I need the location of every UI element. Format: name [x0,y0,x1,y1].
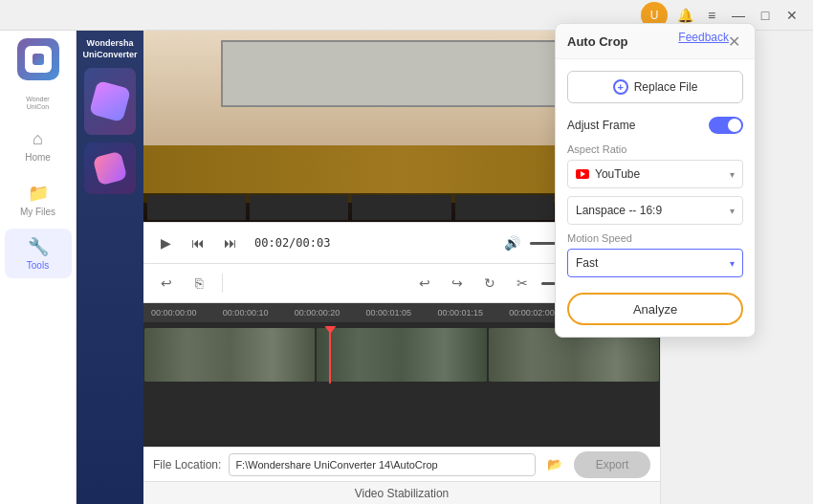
aspect-ratio-sub-chevron: ▾ [730,206,735,216]
chair-4 [455,195,554,220]
prev-frame-button[interactable]: ⏮ [186,230,210,255]
youtube-icon [576,169,589,179]
promo-icon-area [84,68,136,135]
myfiles-label: My Files [20,207,55,217]
video-board [221,40,582,107]
adjust-frame-toggle[interactable] [709,117,743,134]
sidebar-item-home[interactable]: ⌂ Home [5,121,72,171]
home-icon: ⌂ [33,129,43,149]
aspect-ratio-sub-dropdown[interactable]: Lanspace -- 16:9 ▾ [567,196,743,225]
aspect-ratio-sub-value: Lanspace -- 16:9 [576,204,662,217]
app-name: Wonder UniCon [26,96,49,112]
home-label: Home [25,152,51,163]
app-logo [17,38,59,80]
youtube-play-icon [581,171,585,177]
folder-button[interactable]: 📂 [543,453,566,476]
ruler-mark-4: 00:00:01:15 [437,308,509,318]
export-button[interactable]: Export [574,451,650,478]
volume-icon[interactable]: 🔊 [499,230,524,255]
auto-crop-dialog: Auto Crop ✕ + Replace File Adjust Frame [555,23,756,338]
clip-1 [144,328,315,382]
copy-button[interactable]: ⎘ [186,270,212,296]
sidebar-item-myfiles[interactable]: 📁 My Files [5,175,72,225]
motion-speed-dropdown[interactable]: Fast ▾ [567,249,743,277]
promo-logo: Wondersha UniConverter [82,38,137,60]
replace-file-label: Replace File [634,80,698,94]
clip-1-thumb [144,328,315,382]
tool-separator-1 [222,274,223,293]
toggle-knob [728,119,741,132]
youtube-option: YouTube [576,167,640,181]
dialog-title: Auto Crop [567,34,628,49]
aspect-ratio-chevron: ▾ [730,169,735,180]
file-location-input[interactable] [229,453,536,476]
bottom-label-text: Video Stabilization [355,487,450,500]
motion-speed-chevron: ▾ [730,258,735,269]
ruler-mark-2: 00:00:00:20 [295,308,366,318]
aspect-ratio-dropdown[interactable]: YouTube ▾ [567,160,743,188]
close-button[interactable]: ✕ [779,2,805,29]
adjust-frame-label: Adjust Frame [567,119,635,132]
clip-2 [317,328,487,382]
myfiles-icon: 📁 [28,183,49,204]
aspect-ratio-section-label: Aspect Ratio [567,143,743,155]
tools-label: Tools [27,260,49,271]
promo-icon-shape [89,80,131,122]
promo-sidebar: Wondersha UniConverter [77,31,143,504]
aspect-ratio-value: YouTube [595,167,640,181]
maximize-button[interactable]: □ [752,2,779,29]
logo-dot [33,54,44,65]
chair-1 [147,195,246,220]
bottom-label-bar: Video Stabilization [143,481,660,504]
undo-button[interactable]: ↩ [153,270,180,296]
dialog-header: Auto Crop ✕ [556,24,755,59]
next-frame-button[interactable]: ⏭ [218,230,243,255]
replace-file-icon: + [613,79,628,95]
play-button[interactable]: ▶ [153,230,178,255]
cut-button[interactable]: ✂ [509,270,536,296]
chair-2 [250,195,348,220]
bottom-bar: File Location: 📂 Export [143,447,660,481]
dialog-content: + Replace File Adjust Frame Aspect Ratio [556,59,755,337]
logo-inner [25,46,52,73]
adjust-frame-row: Adjust Frame [567,117,743,134]
ruler-mark-1: 00:00:00:10 [223,308,295,318]
sidebar: Wonder UniCon ⌂ Home 📁 My Files 🔧 Tools [0,31,77,504]
app-window: U 🔔 ≡ — □ ✕ Wonder UniCon ⌂ Home 📁 [0,0,813,504]
analyze-button[interactable]: Analyze [567,293,743,325]
dialog-close-button[interactable]: ✕ [724,32,743,51]
tools-icon: 🔧 [28,236,49,257]
refresh-button[interactable]: ↻ [476,270,503,296]
file-location-label: File Location: [153,458,221,471]
ruler-mark-0: 00:00:00:00 [151,308,223,318]
motion-speed-section-label: Motion Speed [567,232,743,244]
undo2-button[interactable]: ↩ [411,270,438,296]
promo-icon2 [84,142,136,194]
redo-button[interactable]: ↪ [444,270,471,296]
chair-3 [352,195,450,220]
replace-file-button[interactable]: + Replace File [567,71,743,103]
promo-icon2-shape [93,151,128,186]
motion-speed-value: Fast [576,256,598,270]
clip-2-thumb [317,328,487,382]
sidebar-item-tools[interactable]: 🔧 Tools [5,229,72,278]
ruler-mark-3: 00:00:01:05 [366,308,438,318]
playhead[interactable] [329,326,331,383]
time-display: 00:02/00:03 [254,236,330,250]
